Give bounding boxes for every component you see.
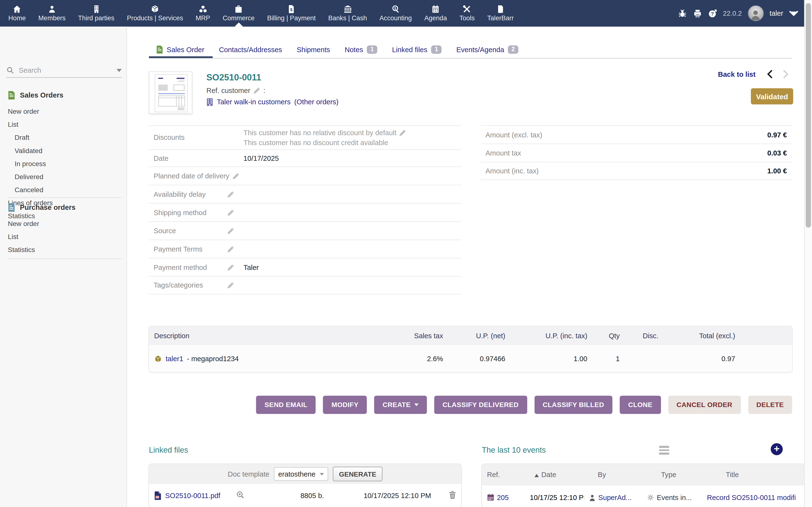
clone-button[interactable]: CLONE <box>620 396 661 414</box>
classify-delivered-button[interactable]: CLASSIFY DELIVERED <box>434 396 527 414</box>
nav-label: Agenda <box>424 15 447 22</box>
customer-link[interactable]: Taler walk-in customers <box>217 98 291 106</box>
events-list-view-icon[interactable] <box>659 446 669 456</box>
edit-ref-customer-pencil-icon[interactable] <box>254 87 260 94</box>
tab-contacts-addresses[interactable]: Contacts/Addresses <box>212 41 290 59</box>
sidebar-item-new-order[interactable]: New order <box>8 105 121 118</box>
nav-third-parties[interactable]: Third parties <box>72 0 120 26</box>
sidebar-item-list[interactable]: List <box>8 118 121 131</box>
nav-mrp[interactable]: MRP <box>190 0 216 26</box>
sidebar-item-in-process[interactable]: In process <box>8 157 121 170</box>
linked-files-card-header: Doc template eratosthene GENERATE <box>149 464 461 484</box>
username-label[interactable]: taler <box>769 9 783 17</box>
delete-file-trash-icon[interactable] <box>449 491 456 499</box>
prev-record-chevron-icon[interactable] <box>766 70 774 78</box>
user-avatar[interactable] <box>748 5 764 21</box>
tab-notes[interactable]: Notes1 <box>337 41 385 59</box>
sidebar-item-po-statistics[interactable]: Statistics <box>8 243 121 257</box>
accounting-search-icon: $ <box>391 5 400 13</box>
nav-accounting[interactable]: $ Accounting <box>373 0 418 26</box>
nav-members[interactable]: Members <box>32 0 72 26</box>
search-dropdown-caret-icon[interactable] <box>116 68 122 72</box>
sidebar-search <box>6 63 122 78</box>
events-col-type[interactable]: Type <box>657 471 717 478</box>
sidebar-item-delivered[interactable]: Delivered <box>8 170 121 183</box>
product-link[interactable]: taler1 <box>165 355 183 362</box>
document-preview-thumbnail[interactable] <box>149 71 192 114</box>
create-button[interactable]: CREATE <box>374 396 427 414</box>
field-label: Availability delay <box>149 190 243 198</box>
linked-files-count-badge: 1 <box>431 46 442 54</box>
customer-row: Taler walk-in customers (Other orders) <box>206 98 339 106</box>
event-ref-link[interactable]: 205 <box>497 494 509 501</box>
sidebar-item-canceled[interactable]: Canceled <box>8 183 121 196</box>
sidebar-item-draft[interactable]: Draft <box>8 131 121 144</box>
edit-payment-terms-pencil-icon[interactable] <box>227 245 234 252</box>
nav-label: Banks | Cash <box>328 15 367 22</box>
bill-icon: $ <box>287 5 296 13</box>
back-to-list-link[interactable]: Back to list <box>718 70 756 78</box>
events-col-by[interactable]: By <box>594 471 652 478</box>
edit-planned-delivery-pencil-icon[interactable] <box>233 173 239 179</box>
app-window: Home Members Third parties Products | Se… <box>0 0 812 507</box>
tab-linked-files[interactable]: Linked files1 <box>385 41 449 59</box>
sidebar-item-validated[interactable]: Validated <box>8 144 121 157</box>
linked-files-title: Linked files <box>149 445 188 454</box>
search-input[interactable] <box>19 66 112 74</box>
edit-shipping-pencil-icon[interactable] <box>227 209 234 216</box>
modify-button[interactable]: MODIFY <box>323 396 367 414</box>
calendar-icon <box>431 5 440 13</box>
next-record-chevron-icon[interactable] <box>782 70 790 78</box>
field-row-tags: Tags/categories <box>149 276 461 294</box>
events-card: Ref. Date By Type Title 205 10/17/25 12:… <box>482 464 805 507</box>
print-icon[interactable] <box>693 9 702 18</box>
edit-payment-method-pencil-icon[interactable] <box>227 264 234 271</box>
version-label: 22.0.2 <box>723 9 742 17</box>
add-event-button[interactable]: + <box>771 443 783 455</box>
nav-talerbarr[interactable]: TalerBarr <box>481 0 520 26</box>
tabs-separator-line <box>149 58 792 58</box>
edit-tags-pencil-icon[interactable] <box>227 282 234 289</box>
event-user-link[interactable]: SuperAd... <box>598 494 632 501</box>
sidebar-item-po-list[interactable]: List <box>8 230 121 243</box>
product-description: - megaprod1234 <box>187 355 239 362</box>
cancel-order-button[interactable]: CANCEL ORDER <box>668 396 741 414</box>
event-type: Events in... <box>657 494 692 501</box>
edit-source-pencil-icon[interactable] <box>227 227 234 234</box>
create-dropdown-caret-icon <box>414 403 418 406</box>
amount-inc-tax-value: 1.00 € <box>767 167 787 175</box>
vertical-scrollbar-track[interactable] <box>804 0 812 507</box>
edit-discount-pencil-icon[interactable] <box>399 129 406 136</box>
nav-products-services[interactable]: Products | Services <box>120 0 189 26</box>
nav-banks-cash[interactable]: Banks | Cash <box>322 0 373 26</box>
nav-commerce[interactable]: Commerce <box>216 0 261 26</box>
edit-availability-pencil-icon[interactable] <box>227 191 234 198</box>
events-col-title[interactable]: Title <box>722 471 805 478</box>
nav-home[interactable]: Home <box>2 0 32 26</box>
pdf-file-link[interactable]: SO2510-0011.pdf <box>165 492 220 500</box>
generate-button[interactable]: GENERATE <box>333 467 383 482</box>
sidebar-item-po-new-order[interactable]: New order <box>8 217 121 230</box>
nav-billing-payment[interactable]: $ Billing | Payment <box>261 0 322 26</box>
vertical-scrollbar-thumb[interactable] <box>806 3 811 228</box>
events-col-date[interactable]: Date <box>530 471 589 478</box>
amount-row-inc-tax: Amount (inc. tax) 1.00 € <box>481 162 792 180</box>
event-title-link[interactable]: Record SO2510-0011 modifi <box>707 494 796 501</box>
nav-agenda[interactable]: Agenda <box>418 0 453 26</box>
doc-template-select[interactable]: eratosthene <box>274 467 328 481</box>
tab-events-agenda[interactable]: Events/Agenda2 <box>449 41 526 59</box>
other-orders-link[interactable]: (Other orders) <box>294 98 338 106</box>
sort-asc-icon <box>535 474 539 477</box>
classify-billed-button[interactable]: CLASSIFY BILLED <box>534 396 612 414</box>
nav-tools[interactable]: Tools <box>453 0 481 26</box>
events-col-ref[interactable]: Ref. <box>482 471 526 478</box>
tab-sales-order[interactable]: Sales Order <box>149 41 212 59</box>
field-label: Tags/categories <box>149 281 243 289</box>
send-email-button[interactable]: SEND EMAIL <box>256 396 316 414</box>
delete-button[interactable]: DELETE <box>748 396 792 414</box>
user-menu-chevron-icon[interactable] <box>789 9 799 18</box>
debug-bug-icon[interactable] <box>677 9 687 18</box>
help-icon[interactable]: ? <box>708 9 717 18</box>
preview-zoom-icon[interactable] <box>236 491 245 499</box>
tab-shipments[interactable]: Shipments <box>289 41 337 59</box>
